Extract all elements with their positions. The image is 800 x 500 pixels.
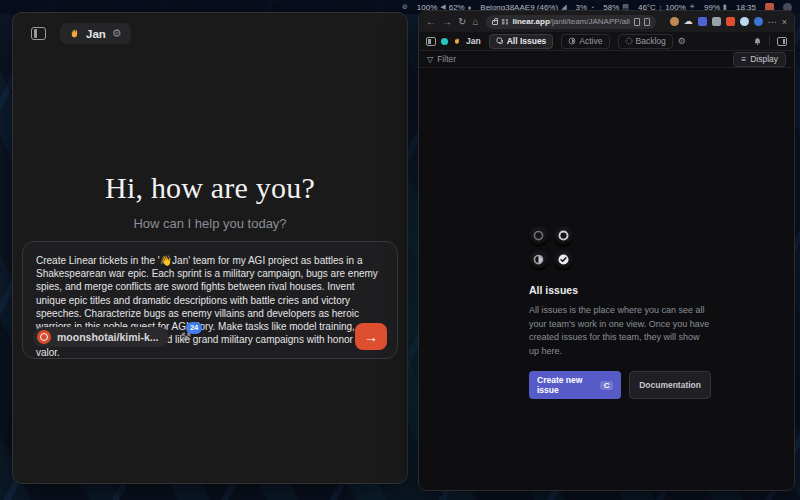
jan-app-window: Jan ⚙ Hi, how are you? How can I help yo…: [12, 12, 408, 484]
linear-sidebar-toggle-icon[interactable]: [426, 37, 436, 46]
reader-mode-icon[interactable]: [634, 18, 640, 26]
backlog-icon: [625, 37, 633, 45]
forward-button[interactable]: →: [442, 17, 452, 27]
tab-all-issues[interactable]: All Issues: [489, 34, 554, 49]
bell-icon[interactable]: [753, 37, 762, 46]
url-text: linear.app/janii/team/JANAPP/all: [512, 17, 629, 26]
divider: [769, 36, 770, 46]
extension-icon[interactable]: [698, 17, 707, 26]
documentation-button[interactable]: Documentation: [629, 371, 711, 399]
browser-window: ← → ↻ ⌂ linear.app/janii/team/JANAPP/all…: [418, 10, 795, 491]
greeting-subtitle: How can I help you today?: [13, 216, 407, 231]
close-icon[interactable]: ×: [782, 17, 787, 27]
shortcut-key-badge: C: [600, 381, 613, 390]
bookmark-icon[interactable]: [644, 18, 650, 26]
team-name: Jan: [86, 28, 106, 40]
tab-backlog[interactable]: Backlog: [618, 34, 673, 49]
all-issues-icon: [496, 37, 504, 45]
model-name: moonshotai/kimi-k...: [57, 331, 159, 343]
filter-bar: ▽ Filter ≡ Display: [419, 51, 794, 68]
back-button[interactable]: ←: [426, 17, 436, 27]
status-icons-grid: [529, 226, 711, 269]
linear-team-name: Jan: [466, 36, 481, 46]
greeting: Hi, how are you? How can I help you toda…: [13, 171, 407, 231]
overflow-menu-icon[interactable]: ⋯: [768, 17, 777, 27]
empty-state-description: All issues is the place where you can se…: [529, 304, 711, 358]
composer[interactable]: Create Linear tickets in the '👋Jan' team…: [22, 241, 398, 359]
jan-titlebar: Jan ⚙: [13, 13, 407, 44]
sidebar-toggle-icon[interactable]: [31, 27, 46, 40]
team-chip[interactable]: Jan ⚙: [60, 23, 131, 44]
lock-icon: [492, 20, 498, 25]
todo-status-icon: [554, 226, 573, 245]
tools-count-badge: 24: [186, 322, 202, 334]
cloud-extension-icon[interactable]: ☁: [684, 17, 693, 26]
empty-state: All issues All issues is the place where…: [529, 226, 711, 399]
wave-emoji-icon: [453, 37, 461, 45]
dnd-icon: ⊘: [402, 3, 408, 11]
send-arrow-icon: →: [364, 329, 378, 345]
linear-header: Jan All Issues Active Backlog ⚙: [419, 32, 794, 51]
greeting-title: Hi, how are you?: [13, 171, 407, 205]
right-panel-toggle-icon[interactable]: [777, 37, 787, 46]
extension-icon[interactable]: [740, 17, 749, 26]
extension-icon[interactable]: [712, 17, 721, 26]
backlog-status-icon: [529, 226, 548, 245]
funnel-icon: ▽: [427, 55, 433, 64]
team-avatar: [441, 38, 448, 45]
filter-button[interactable]: Filter: [437, 54, 456, 64]
empty-state-title: All issues: [529, 284, 711, 296]
tools-button[interactable]: ⚒ 24: [181, 330, 192, 344]
reload-button[interactable]: ↻: [458, 17, 466, 27]
address-bar[interactable]: linear.app/janii/team/JANAPP/all: [486, 15, 655, 29]
extension-icon[interactable]: [670, 17, 679, 26]
model-selector[interactable]: moonshotai/kimi-k...: [33, 327, 169, 347]
tab-active[interactable]: Active: [561, 34, 609, 49]
extension-icon[interactable]: [726, 17, 735, 26]
browser-toolbar: ← → ↻ ⌂ linear.app/janii/team/JANAPP/all…: [419, 11, 794, 32]
active-icon: [568, 37, 576, 45]
home-button[interactable]: ⌂: [472, 17, 478, 27]
composer-toolbar: moonshotai/kimi-k... ⚒ 24 →: [33, 323, 387, 350]
linear-content: All issues All issues is the place where…: [419, 68, 794, 490]
wave-emoji-icon: [69, 28, 80, 39]
moonshot-logo-icon: [37, 330, 51, 344]
display-button[interactable]: ≡ Display: [733, 52, 786, 67]
url-path: /janii/team/JANAPP/all: [550, 17, 630, 26]
extension-icon[interactable]: [754, 17, 763, 26]
sliders-icon: ≡: [741, 54, 746, 64]
in-progress-status-icon: [529, 250, 548, 269]
create-new-issue-button[interactable]: Create new issue C: [529, 371, 621, 399]
desktop: ⊘ 100%◀ 62%♦ Belong38AAE9 (46%)◢ 3%◔ 58%…: [0, 0, 800, 500]
done-status-icon: [554, 250, 573, 269]
extensions-row: ☁ ⋯ ×: [670, 17, 787, 27]
site-grid-icon: [502, 19, 508, 25]
send-button[interactable]: →: [355, 323, 387, 350]
url-host: linear.app: [512, 17, 549, 26]
view-settings-icon[interactable]: ⚙: [678, 36, 686, 46]
empty-state-buttons: Create new issue C Documentation: [529, 371, 711, 399]
gear-icon[interactable]: ⚙: [112, 27, 122, 40]
